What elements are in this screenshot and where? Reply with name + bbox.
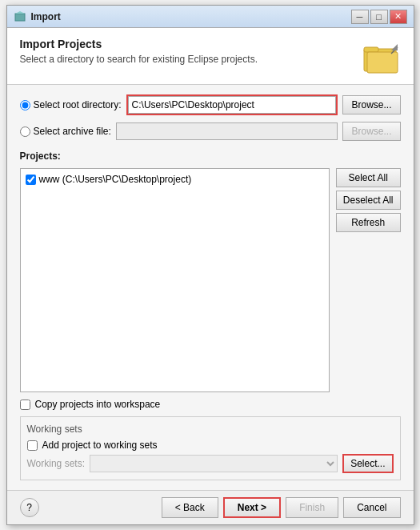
finish-button[interactable]: Finish <box>286 497 338 518</box>
select-root-label: Select root directory: <box>34 99 122 110</box>
import-dialog: Import ─ □ ✕ Import Projects Select a di… <box>6 5 414 525</box>
select-archive-radio-label[interactable]: Select archive file: <box>20 126 111 137</box>
window-controls: ─ □ ✕ <box>351 10 407 24</box>
dialog-footer: ? < Back Next > Finish Cancel <box>7 490 414 524</box>
projects-area: www (C:\Users\PC\Desktop\project) Select… <box>20 168 401 392</box>
window-title: Import <box>31 11 351 22</box>
svg-marker-1 <box>15 11 25 14</box>
select-archive-row: Select archive file: Browse... <box>20 122 401 141</box>
select-root-radio[interactable] <box>20 100 30 110</box>
svg-rect-3 <box>364 47 378 52</box>
select-archive-label: Select archive file: <box>34 126 111 137</box>
select-archive-radio[interactable] <box>20 126 30 137</box>
project-checkbox[interactable] <box>26 175 36 185</box>
svg-rect-0 <box>15 14 25 21</box>
dialog-header: Import Projects Select a directory to se… <box>7 28 414 85</box>
select-working-sets-button[interactable]: Select... <box>342 454 393 473</box>
side-buttons: Select All Deselect All Refresh <box>336 168 401 232</box>
title-bar: Import ─ □ ✕ <box>7 6 414 28</box>
cancel-button[interactable]: Cancel <box>343 497 400 518</box>
next-button[interactable]: Next > <box>223 497 281 518</box>
minimize-button[interactable]: ─ <box>351 10 369 24</box>
projects-section-label: Projects: <box>20 151 401 162</box>
copy-projects-label: Copy projects into workspace <box>35 399 161 410</box>
close-button[interactable]: ✕ <box>390 10 407 24</box>
deselect-all-button[interactable]: Deselect All <box>336 191 401 210</box>
header-text: Import Projects Select a directory to se… <box>20 38 362 65</box>
working-sets-select[interactable] <box>90 455 338 472</box>
archive-input[interactable] <box>116 122 338 140</box>
add-to-working-sets-row: Add project to working sets <box>27 440 394 451</box>
dialog-subtitle: Select a directory to search for existin… <box>20 54 362 65</box>
projects-list[interactable]: www (C:\Users\PC\Desktop\project) <box>20 168 330 392</box>
dialog-title: Import Projects <box>20 38 362 50</box>
root-dir-input-wrapper <box>126 94 338 115</box>
copy-projects-row: Copy projects into workspace <box>20 399 401 410</box>
maximize-button[interactable]: □ <box>370 10 388 24</box>
working-sets-row: Working sets: Select... <box>27 454 394 473</box>
copy-projects-checkbox[interactable] <box>20 400 30 410</box>
back-button[interactable]: < Back <box>162 497 218 518</box>
project-label: www (C:\Users\PC\Desktop\project) <box>39 174 192 185</box>
select-root-radio-label[interactable]: Select root directory: <box>20 99 122 110</box>
browse-root-button[interactable]: Browse... <box>342 95 400 114</box>
project-item[interactable]: www (C:\Users\PC\Desktop\project) <box>24 172 326 187</box>
window-icon <box>14 10 26 23</box>
select-all-button[interactable]: Select All <box>336 168 401 187</box>
add-to-working-sets-label: Add project to working sets <box>42 440 158 451</box>
working-sets-label: Working sets: <box>27 458 85 469</box>
select-root-row: Select root directory: Browse... <box>20 94 401 115</box>
browse-archive-button[interactable]: Browse... <box>342 122 400 141</box>
help-button[interactable]: ? <box>20 498 39 517</box>
svg-marker-6 <box>391 44 398 50</box>
svg-rect-4 <box>367 52 398 73</box>
add-to-working-sets-checkbox[interactable] <box>27 440 38 451</box>
root-dir-input[interactable] <box>128 96 337 114</box>
dialog-body: Select root directory: Browse... Select … <box>7 85 414 490</box>
working-sets-title: Working sets <box>27 424 394 435</box>
folder-icon <box>362 38 401 76</box>
refresh-button[interactable]: Refresh <box>336 213 401 232</box>
working-sets-section: Working sets Add project to working sets… <box>20 416 401 480</box>
